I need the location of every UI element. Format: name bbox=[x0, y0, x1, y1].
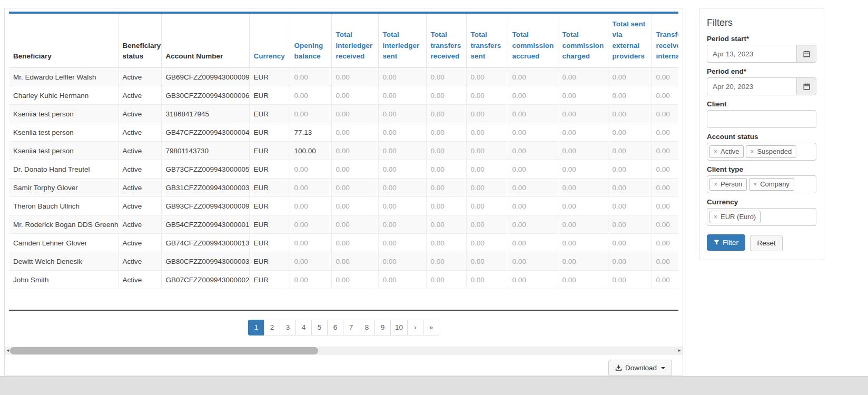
scrollbar-thumb[interactable] bbox=[10, 347, 318, 354]
cell-total-interledger-received: 0.00 bbox=[331, 68, 378, 86]
cell-total-interledger-sent: 0.00 bbox=[378, 68, 426, 86]
table-row: Charley Kuhic HermannActiveGB30CFZZ00994… bbox=[9, 86, 678, 105]
cell-total-commission-accrued: 0.00 bbox=[508, 105, 558, 123]
page-button-7[interactable]: 7 bbox=[343, 320, 359, 335]
page-button-4[interactable]: 4 bbox=[295, 320, 312, 335]
page-next-button[interactable]: › bbox=[407, 320, 423, 335]
cell-total-sent-via-external-providers: 0.00 bbox=[608, 123, 652, 142]
column-header-total-interledger-sent[interactable]: Total interledger sent bbox=[378, 13, 426, 68]
scroll-right-icon[interactable]: ► bbox=[677, 347, 682, 354]
cell-total-sent-via-external-providers: 0.00 bbox=[608, 252, 652, 271]
filter-button[interactable]: Filter bbox=[707, 234, 745, 251]
caret-down-icon bbox=[661, 367, 665, 369]
cell-opening-balance: 0.00 bbox=[290, 271, 331, 289]
cell-total-transfers-received: 0.00 bbox=[426, 160, 466, 179]
cell-transfers-received-via-internal: 0.00 bbox=[652, 68, 678, 86]
client-input[interactable] bbox=[707, 110, 816, 128]
cell-total-transfers-sent: 0.00 bbox=[466, 234, 508, 252]
horizontal-scrollbar[interactable]: ◄ ► bbox=[5, 347, 683, 355]
cell-currency: EUR bbox=[249, 105, 290, 123]
cell-beneficiary: Charley Kuhic Hermann bbox=[9, 86, 118, 105]
period-end-calendar-button[interactable] bbox=[796, 77, 816, 95]
cell-beneficiary: John Smith bbox=[9, 271, 118, 289]
cell-total-transfers-sent: 0.00 bbox=[466, 252, 508, 271]
currency-label: Currency bbox=[707, 198, 816, 206]
cell-total-interledger-received: 0.00 bbox=[331, 234, 378, 252]
page-button-6[interactable]: 6 bbox=[327, 320, 343, 335]
remove-tag-icon[interactable]: × bbox=[714, 149, 717, 155]
column-header-total-commission-charged[interactable]: Total commission charged bbox=[558, 13, 608, 68]
cell-account-number: 79801143730 bbox=[161, 142, 249, 160]
page-button-8[interactable]: 8 bbox=[359, 320, 375, 335]
column-header-transfers-received-via-internal[interactable]: Transfers received via internal bbox=[652, 13, 678, 68]
column-header-total-commission-accrued[interactable]: Total commission accrued bbox=[508, 13, 558, 68]
cell-beneficiary-status: Active bbox=[118, 252, 161, 271]
period-start-calendar-button[interactable] bbox=[796, 45, 816, 63]
column-header-total-sent-via-external-providers[interactable]: Total sent via external providers bbox=[608, 13, 652, 68]
cell-beneficiary: Mr. Edwardo Leffler Walsh bbox=[9, 68, 118, 86]
client-type-multiselect[interactable]: ×Person×Company bbox=[707, 175, 816, 193]
cell-currency: EUR bbox=[249, 252, 290, 271]
cell-total-commission-accrued: 0.00 bbox=[508, 234, 558, 252]
table-row: Kseniia test personActive31868417945EUR0… bbox=[9, 105, 678, 123]
page-button-2[interactable]: 2 bbox=[264, 320, 280, 335]
cell-beneficiary-status: Active bbox=[118, 68, 161, 86]
cell-total-commission-charged: 0.00 bbox=[558, 160, 608, 179]
client-label: Client bbox=[707, 100, 816, 108]
page-button-3[interactable]: 3 bbox=[280, 320, 296, 335]
page-button-9[interactable]: 9 bbox=[374, 320, 391, 335]
table-row: Dewitt Welch DenesikActiveGB80CFZZ009943… bbox=[9, 252, 678, 271]
column-header-total-transfers-received[interactable]: Total transfers received bbox=[426, 13, 466, 68]
cell-transfers-received-via-internal: 0.00 bbox=[652, 252, 678, 271]
cell-total-transfers-received: 0.00 bbox=[426, 123, 466, 142]
page-button-5[interactable]: 5 bbox=[311, 320, 328, 335]
download-button[interactable]: Download bbox=[608, 360, 672, 376]
column-header-opening-balance[interactable]: Opening balance bbox=[290, 13, 331, 68]
currency-tag: ×EUR (Euro) bbox=[709, 211, 761, 223]
cell-total-commission-charged: 0.00 bbox=[558, 197, 608, 215]
table-row: Camden Lehner GloverActiveGB74CFZZ009943… bbox=[9, 234, 678, 252]
currency-multiselect[interactable]: ×EUR (Euro) bbox=[707, 208, 816, 226]
beneficiaries-table: BeneficiaryBeneficiary statusAccount Num… bbox=[9, 12, 678, 289]
cell-total-interledger-sent: 0.00 bbox=[378, 160, 426, 179]
cell-total-interledger-sent: 0.00 bbox=[378, 197, 426, 215]
remove-tag-icon[interactable]: × bbox=[750, 149, 754, 155]
cell-beneficiary-status: Active bbox=[118, 142, 161, 160]
cell-total-commission-charged: 0.00 bbox=[558, 123, 608, 142]
cell-total-transfers-received: 0.00 bbox=[426, 105, 466, 123]
cell-total-commission-charged: 0.00 bbox=[558, 105, 608, 123]
page-button-10[interactable]: 10 bbox=[390, 320, 408, 335]
column-header-total-transfers-sent[interactable]: Total transfers sent bbox=[466, 13, 508, 68]
column-header-currency[interactable]: Currency bbox=[249, 13, 290, 68]
column-header-total-interledger-received[interactable]: Total interledger received bbox=[331, 13, 378, 68]
cell-opening-balance: 0.00 bbox=[290, 179, 331, 197]
cell-transfers-received-via-internal: 0.00 bbox=[652, 197, 678, 215]
cell-total-transfers-sent: 0.00 bbox=[466, 86, 508, 105]
cell-beneficiary: Kseniia test person bbox=[9, 142, 118, 160]
page-button-1[interactable]: 1 bbox=[248, 320, 264, 335]
reset-button-label: Reset bbox=[757, 239, 775, 247]
cell-total-interledger-received: 0.00 bbox=[331, 215, 378, 234]
period-start-input[interactable] bbox=[707, 45, 796, 63]
cell-total-interledger-received: 0.00 bbox=[331, 271, 378, 289]
column-header-beneficiary-status: Beneficiary status bbox=[118, 13, 161, 68]
cell-opening-balance: 0.00 bbox=[290, 215, 331, 234]
cell-total-interledger-received: 0.00 bbox=[331, 179, 378, 197]
cell-account-number: GB69CFZZ00994300000905 bbox=[161, 68, 249, 86]
cell-total-transfers-sent: 0.00 bbox=[466, 123, 508, 142]
table-header-row: BeneficiaryBeneficiary statusAccount Num… bbox=[9, 13, 678, 68]
reset-button[interactable]: Reset bbox=[750, 235, 782, 251]
cell-total-commission-accrued: 0.00 bbox=[508, 68, 558, 86]
page-last-button[interactable]: » bbox=[423, 320, 439, 335]
period-end-input[interactable] bbox=[707, 77, 796, 95]
table-row: Samir Torphy GloverActiveGB31CFZZ0099430… bbox=[9, 179, 678, 197]
cell-account-number: GB74CFZZ00994300001300 bbox=[161, 234, 249, 252]
cell-currency: EUR bbox=[249, 142, 290, 160]
remove-tag-icon[interactable]: × bbox=[714, 181, 717, 187]
pagination-wrap: 12345678910›» bbox=[5, 320, 683, 335]
cell-opening-balance: 0.00 bbox=[290, 86, 331, 105]
remove-tag-icon[interactable]: × bbox=[753, 181, 757, 187]
scroll-left-icon[interactable]: ◄ bbox=[6, 347, 10, 354]
remove-tag-icon[interactable]: × bbox=[714, 214, 717, 220]
account-status-multiselect[interactable]: ×Active×Suspended bbox=[707, 143, 816, 161]
